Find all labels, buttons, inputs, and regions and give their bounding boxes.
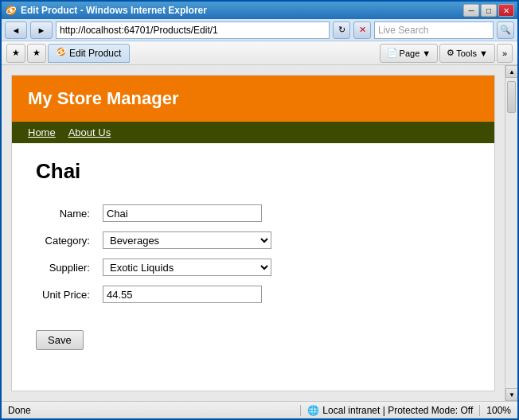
name-cell bbox=[96, 200, 278, 227]
forward-icon: ► bbox=[37, 25, 46, 35]
page-area: My Store Manager Home About Us Chai Name… bbox=[2, 65, 505, 401]
supplier-select[interactable]: Exotic Liquids New Orleans Cajun Delight… bbox=[103, 259, 271, 276]
back-icon: ◄ bbox=[12, 25, 21, 35]
name-input[interactable] bbox=[103, 204, 262, 222]
toolbar-right: 📄 Page ▼ ⚙ Tools ▼ » bbox=[380, 44, 513, 63]
more-icon: » bbox=[502, 49, 507, 58]
toolbar: ★ ★ Edit Product 📄 Page ▼ bbox=[2, 41, 517, 65]
favorites-button-1[interactable]: ★ bbox=[6, 44, 25, 63]
ie-icon bbox=[5, 4, 18, 17]
refresh-icon: ↻ bbox=[338, 25, 345, 35]
supplier-cell: Exotic Liquids New Orleans Cajun Delight… bbox=[96, 254, 278, 281]
name-label: Name: bbox=[36, 200, 96, 227]
status-divider-1 bbox=[300, 405, 301, 416]
product-title: Chai bbox=[36, 159, 470, 184]
stop-button[interactable]: ✕ bbox=[353, 21, 371, 39]
address-bar: ◄ ► http://localhost:64701/Products/Edit… bbox=[2, 19, 517, 41]
nav-home[interactable]: Home bbox=[28, 126, 56, 138]
page-icon: 📄 bbox=[387, 48, 398, 58]
title-bar-buttons: ─ □ ✕ bbox=[463, 4, 514, 17]
site-header: My Store Manager bbox=[12, 76, 494, 122]
nav-about[interactable]: About Us bbox=[68, 126, 111, 138]
zoom-text: 100% bbox=[486, 405, 511, 416]
star-icon-2: ★ bbox=[33, 48, 41, 58]
minimize-button[interactable]: ─ bbox=[463, 4, 479, 17]
stop-icon: ✕ bbox=[359, 25, 366, 35]
status-divider-2 bbox=[479, 405, 480, 416]
browser-window: Edit Product - Windows Internet Explorer… bbox=[0, 0, 519, 420]
scroll-thumb[interactable] bbox=[507, 81, 516, 113]
title-bar: Edit Product - Windows Internet Explorer… bbox=[2, 2, 517, 19]
status-zone: 🌐 Local intranet | Protected Mode: Off bbox=[307, 405, 473, 416]
category-select[interactable]: Beverages Condiments Confections Dairy P… bbox=[103, 231, 271, 249]
site-nav: Home About Us bbox=[12, 122, 494, 143]
browser-content: My Store Manager Home About Us Chai Name… bbox=[2, 65, 517, 401]
unitprice-input[interactable] bbox=[103, 286, 262, 303]
site-title: My Store Manager bbox=[28, 88, 478, 109]
tools-icon: ⚙ bbox=[447, 48, 455, 58]
scroll-track bbox=[505, 78, 517, 388]
tools-button[interactable]: ⚙ Tools ▼ bbox=[439, 44, 495, 63]
status-bar: Done 🌐 Local intranet | Protected Mode: … bbox=[2, 401, 517, 418]
tab-label: Edit Product bbox=[69, 48, 121, 59]
browser-tab[interactable]: Edit Product bbox=[48, 44, 130, 63]
tab-bar: Edit Product bbox=[48, 44, 378, 63]
window-title: Edit Product - Windows Internet Explorer bbox=[21, 5, 207, 16]
category-cell: Beverages Condiments Confections Dairy P… bbox=[96, 227, 278, 254]
status-text: Done bbox=[8, 405, 294, 416]
svg-point-2 bbox=[10, 9, 13, 12]
svg-point-5 bbox=[60, 50, 62, 52]
tab-ie-icon bbox=[57, 47, 66, 59]
page-label: Page ▼ bbox=[400, 49, 431, 58]
scroll-down-button[interactable]: ▼ bbox=[505, 388, 517, 401]
category-row: Category: Beverages Condiments Confectio… bbox=[36, 227, 278, 254]
forward-button[interactable]: ► bbox=[30, 21, 53, 39]
edit-form: Name: Category: Beverages Condiments bbox=[36, 200, 278, 308]
supplier-label: Supplier: bbox=[36, 254, 96, 281]
close-button[interactable]: ✕ bbox=[498, 4, 514, 17]
title-bar-left: Edit Product - Windows Internet Explorer bbox=[5, 4, 207, 17]
save-button[interactable]: Save bbox=[36, 330, 84, 350]
favorites-button-2[interactable]: ★ bbox=[27, 44, 46, 63]
zone-text: Local intranet | Protected Mode: Off bbox=[322, 405, 473, 416]
more-button[interactable]: » bbox=[497, 44, 513, 63]
back-button[interactable]: ◄ bbox=[5, 21, 27, 39]
search-icon: 🔍 bbox=[500, 25, 511, 35]
search-go-button[interactable]: 🔍 bbox=[497, 21, 514, 39]
scrollbar: ▲ ▼ bbox=[505, 65, 517, 401]
unitprice-row: Unit Price: bbox=[36, 281, 278, 308]
search-box[interactable]: Live Search bbox=[374, 21, 494, 39]
page-button[interactable]: 📄 Page ▼ bbox=[380, 44, 439, 63]
unitprice-cell bbox=[96, 281, 278, 308]
supplier-row: Supplier: Exotic Liquids New Orleans Caj… bbox=[36, 254, 278, 281]
url-text: http://localhost:64701/Products/Edit/1 bbox=[60, 25, 218, 36]
unitprice-label: Unit Price: bbox=[36, 281, 96, 308]
zone-icon: 🌐 bbox=[307, 405, 319, 416]
save-row: Save bbox=[36, 319, 470, 350]
refresh-button[interactable]: ↻ bbox=[333, 21, 350, 39]
star-icon-1: ★ bbox=[12, 48, 20, 58]
category-label: Category: bbox=[36, 227, 96, 254]
search-placeholder: Live Search bbox=[378, 25, 428, 36]
tools-label: Tools ▼ bbox=[456, 49, 488, 58]
page-content: Chai Name: Category: Bev bbox=[12, 143, 494, 366]
maximize-button[interactable]: □ bbox=[481, 4, 497, 17]
scroll-up-button[interactable]: ▲ bbox=[505, 65, 517, 78]
address-box[interactable]: http://localhost:64701/Products/Edit/1 bbox=[56, 21, 330, 39]
web-page: My Store Manager Home About Us Chai Name… bbox=[11, 75, 495, 391]
name-row: Name: bbox=[36, 200, 278, 227]
